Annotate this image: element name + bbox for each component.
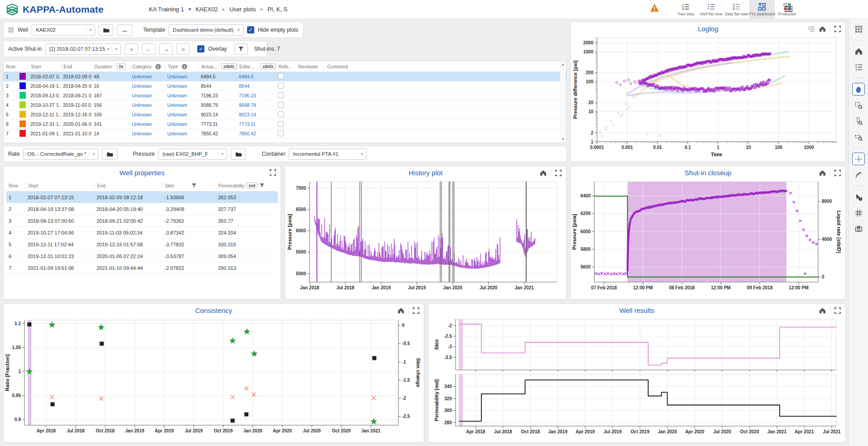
rate-select[interactable]: OIL - CorrectedRate_qo * ▾ [23,149,98,160]
fullscreen-icon[interactable] [555,170,562,176]
table-row[interactable]: 22018-04-19 13:37:082018-04-20 05:19:40-… [6,203,278,215]
hr-unit-chip[interactable]: hr [117,63,126,69]
pan-hand-icon[interactable] [852,83,865,96]
fullscreen-icon[interactable] [834,170,841,176]
chevron-down-icon[interactable]: ▾ [218,152,227,156]
pressure-select[interactable]: (raw) EX02_BHP_F ▾ [158,149,227,160]
breadcrumb-page[interactable]: PI, K, S [267,6,287,13]
well-more-button[interactable]: ... [117,24,132,36]
col-reviewer[interactable]: Reviewer [296,63,325,70]
shutin-closeup-chart[interactable]: 07 Feb 201812:00 PM08 Feb 201812:00 PM09… [571,179,843,297]
col-reference[interactable]: Refe... [276,63,296,70]
overlay-checkbox[interactable]: ✓ [197,45,204,53]
col-start[interactable]: Start [25,182,94,189]
home-icon[interactable] [819,26,826,32]
zoom-vertical-icon[interactable] [852,115,865,127]
hide-empty-plots-checkbox[interactable]: ✓ [247,26,254,34]
table-row[interactable]: 42019-10-27 17:04:562019-11-03 05:02:34-… [6,227,278,239]
fullscreen-icon[interactable] [413,307,419,314]
home-icon[interactable] [852,45,865,58]
scroll-down-icon[interactable]: ▼ [561,137,565,141]
shutins-scrollbar[interactable]: ▲ ▼ [560,62,566,142]
stbd-unit-chip[interactable]: stb/D [221,63,237,69]
filter-icon[interactable] [259,183,265,188]
well-results-skin-chart[interactable]: -2-2.5-3-3.5Skin [428,317,843,372]
col-actual[interactable]: Actua... [199,63,218,70]
well-results-permeability-chart[interactable]: Apr 2018Jul 2018Oct 2018Jan 2019Apr 2019… [428,374,843,441]
tangent-icon[interactable] [852,168,865,181]
breadcrumb-well[interactable]: KAEX02 [195,6,218,13]
pressure-browse-button[interactable] [231,149,246,160]
time-pointer-icon[interactable] [852,191,865,203]
filter-shutins-button[interactable] [234,43,248,55]
menu-icon[interactable] [784,5,793,13]
chevron-down-icon[interactable]: ▾ [234,28,243,32]
chevron-down-icon[interactable]: ▾ [189,6,191,12]
zoom-horizontal-icon[interactable] [852,130,865,143]
col-end[interactable]: End [61,63,92,70]
container-select[interactable]: Incremental PTA #1 ▾ [289,149,367,160]
col-category[interactable]: Categoryi [130,63,165,70]
reference-checkbox[interactable] [278,121,284,127]
reference-checkbox[interactable] [278,73,284,79]
col-type[interactable]: Typei [165,63,199,70]
camera-icon[interactable] [852,222,865,235]
reference-checkbox[interactable] [278,102,284,108]
table-row[interactable]: 42019-10-27 1...2019-11-03 0...156Unknow… [4,101,566,110]
grid-icon[interactable] [852,206,865,219]
table-row[interactable]: 12018-02-07 0...2018-02-09 0...49Unknown… [4,72,566,82]
warning-icon[interactable] [650,3,659,12]
next-shutin-button[interactable]: → [159,43,173,55]
col-duration[interactable]: Duration [92,63,114,70]
rate-browse-button[interactable] [102,149,117,160]
chevron-down-icon[interactable]: ▾ [357,152,366,156]
crosshair-icon[interactable] [852,153,865,165]
col-skin[interactable]: Skin [162,182,216,189]
scroll-up-icon[interactable]: ▲ [561,62,565,67]
template-select[interactable]: Dashboard demo (default) ▾ [169,24,243,36]
filter-icon[interactable] [191,183,197,188]
home-icon[interactable] [819,170,826,176]
first-shutin-button[interactable]: « [125,43,138,55]
fullscreen-icon[interactable] [270,169,276,176]
active-shutin-select[interactable]: [1] 2018-02-07 07:13:15 × ▾ [45,43,121,55]
zoom-area-icon[interactable] [852,99,865,111]
table-row[interactable]: 32018-09-13 07:00:502018-09-21 02:00:42-… [6,215,278,227]
reference-checkbox[interactable] [278,92,284,98]
last-shutin-button[interactable]: » [176,43,190,55]
consistency-chart[interactable]: Apr 2018Jul 2018Oct 2018Jan 2019Apr 2019… [4,317,421,441]
chevron-down-icon[interactable]: ▾ [112,47,121,51]
home-icon[interactable] [819,307,826,314]
loglog-chart[interactable]: 0.00010.0010.010.11101001000121020100200… [571,35,843,161]
home-icon[interactable] [398,307,404,314]
table-row[interactable]: 22018-04-19 1...2018-04-20 0...16Unknown… [4,82,566,91]
home-icon[interactable] [540,170,547,176]
table-row[interactable]: 12018-02-07 07:13:152018-02-09 08:12:18-… [6,192,278,203]
previous-shutin-button[interactable]: ← [142,43,155,55]
legend-icon[interactable] [852,61,865,73]
table-row[interactable]: 72021-01-09 1...2021-01-10 0...14Unknown… [4,129,566,139]
table-row[interactable]: 62019-12-31 1...2020-01-06 0...141Unknow… [4,120,566,129]
col-comment[interactable]: Comment [325,63,566,70]
view-data-flat[interactable]: Data flat view [724,0,749,19]
table-row[interactable]: 72021-01-09 19:51:062021-01-10 09:44:44-… [6,262,278,274]
breadcrumb-project[interactable]: KA Training 1 [149,6,184,13]
view-well-flat[interactable]: Well flat view [698,0,724,19]
well-browse-button[interactable] [99,24,113,36]
breadcrumb-section[interactable]: User plots [229,6,256,13]
apps-grid-icon[interactable] [852,23,865,35]
table-row[interactable]: 52019-12-11 1...2019-12-16 0...105Unknow… [4,110,566,120]
col-end[interactable]: End [94,182,162,189]
well-select[interactable]: KAEX02 ▾ [32,24,95,36]
stbd-unit-chip[interactable]: stb/D [260,63,276,69]
table-row[interactable]: 62019-12-31 10:01:232020-01-06 07:22:24-… [6,250,278,262]
chevron-down-icon[interactable]: ▾ [89,152,98,156]
view-pta-dashboard[interactable]: PTA dashboard [749,0,775,19]
col-permeability[interactable]: Permeability md [216,182,278,189]
reference-checkbox[interactable] [278,111,284,117]
table-row[interactable]: 32018-09-13 0...2018-09-21 0...187Unknow… [4,91,566,101]
fullscreen-icon[interactable] [834,307,841,314]
chevron-down-icon[interactable]: ▾ [86,28,95,32]
clear-icon[interactable]: × [105,46,112,52]
col-edited[interactable]: Edite... [237,63,257,70]
